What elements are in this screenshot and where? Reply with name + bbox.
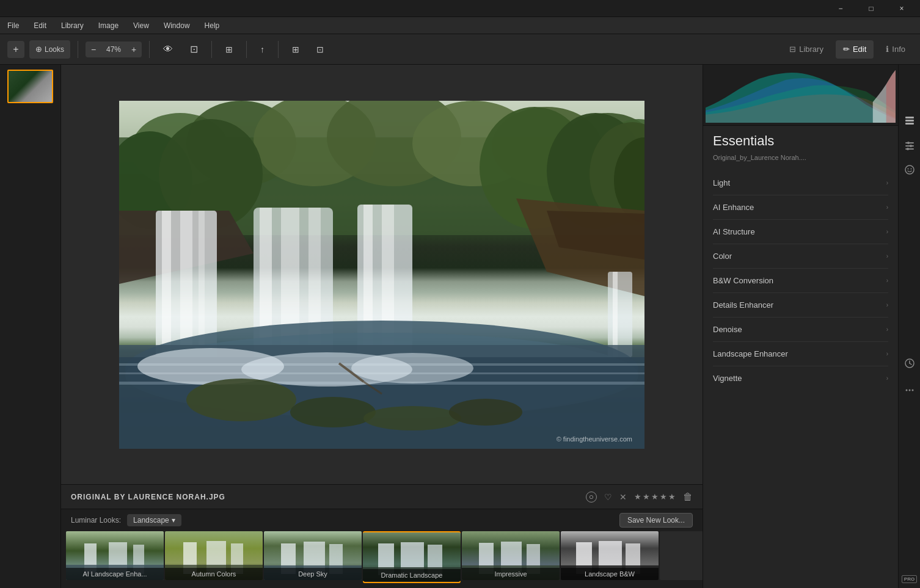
- sliders-icon[interactable]: [901, 137, 918, 154]
- circle-status-icon[interactable]: ○: [586, 492, 597, 503]
- star-4[interactable]: ★: [660, 492, 667, 501]
- chevron-right-icon-ai-enhance: ›: [886, 204, 888, 211]
- minimize-button[interactable]: −: [827, 0, 854, 17]
- menu-edit[interactable]: Edit: [31, 20, 49, 31]
- crop-button[interactable]: ⊞: [219, 40, 239, 59]
- menu-file[interactable]: File: [5, 20, 21, 31]
- more-options-icon[interactable]: [901, 382, 918, 399]
- look-thumb-impressive: Impressive: [462, 531, 560, 580]
- svg-point-85: [907, 142, 910, 144]
- filename-label: ORIGINAL BY LAURENCE NORAH.JPG: [71, 493, 225, 501]
- grid-button[interactable]: ⊞: [286, 40, 305, 59]
- panel-item-denoise[interactable]: Denoise ›: [713, 318, 888, 342]
- separator4: [246, 41, 247, 58]
- look-label-dramatic-landscape: Dramatic Landscape: [363, 569, 461, 581]
- svg-point-87: [910, 145, 912, 147]
- look-item-impressive[interactable]: Impressive: [462, 531, 560, 583]
- svg-rect-81: [905, 117, 914, 118]
- filmstrip-thumb-1[interactable]: [7, 70, 53, 103]
- look-label-autumn-colors: Autumn Colors: [165, 568, 263, 580]
- menubar: File Edit Library Image View Window Help: [0, 17, 920, 34]
- layers-icon[interactable]: [901, 112, 918, 129]
- svg-rect-83: [905, 123, 914, 125]
- looks-strip: Luminar Looks: Landscape ▾ Save New Look…: [61, 509, 703, 588]
- look-thumb-autumn-colors: Autumn Colors: [165, 531, 263, 580]
- chevron-right-icon-vignette: ›: [886, 375, 888, 382]
- looks-icon: ⊕: [35, 45, 42, 54]
- svg-point-92: [910, 169, 911, 170]
- chevron-right-icon-light: ›: [886, 180, 888, 186]
- title-bar: − □ ×: [0, 0, 920, 17]
- menu-image[interactable]: Image: [96, 20, 121, 31]
- preview-button[interactable]: 👁: [157, 40, 179, 59]
- svg-point-97: [908, 390, 910, 391]
- look-thumb-landscape-bw: Landscape B&W: [561, 531, 659, 580]
- face-icon[interactable]: [901, 161, 918, 178]
- essentials-panel: Essentials Original_by_Laurence Norah...…: [703, 126, 898, 588]
- menu-library[interactable]: Library: [59, 20, 86, 31]
- separator2: [149, 41, 150, 58]
- reject-icon[interactable]: ✕: [619, 492, 627, 502]
- chevron-down-icon: ▾: [172, 516, 175, 524]
- panel-title: Essentials: [713, 133, 888, 149]
- star-1[interactable]: ★: [634, 492, 641, 501]
- share-button[interactable]: ↑: [254, 40, 271, 59]
- chevron-right-icon-color: ›: [886, 253, 888, 260]
- look-item-autumn-colors[interactable]: Autumn Colors: [165, 531, 263, 583]
- panel-subtitle: Original_by_Laurence Norah....: [713, 154, 888, 161]
- look-thumb-dramatic-landscape: Dramatic Landscape: [363, 532, 461, 581]
- panel-item-bw-conversion[interactable]: B&W Conversion ›: [713, 269, 888, 293]
- chevron-right-icon-details: ›: [886, 302, 888, 308]
- compare-button[interactable]: ⊡: [184, 40, 204, 59]
- look-item-more[interactable]: ›: [660, 531, 703, 583]
- svg-point-43: [351, 353, 473, 383]
- look-label-deep-sky: Deep Sky: [264, 568, 362, 580]
- status-bar: ORIGINAL BY LAURENCE NORAH.JPG ○ ♡ ✕ ★ ★…: [61, 484, 703, 509]
- panel-item-landscape-enhancer[interactable]: Landscape Enhancer ›: [713, 342, 888, 366]
- menu-view[interactable]: View: [131, 20, 152, 31]
- zoom-plus-button[interactable]: +: [127, 43, 141, 56]
- look-item-ai-landscape[interactable]: AI Landscape Enha...: [66, 531, 164, 583]
- menu-help[interactable]: Help: [202, 20, 222, 31]
- look-item-landscape-bw[interactable]: Landscape B&W: [561, 531, 659, 583]
- svg-text:© findingtheuniverse.com: © findingtheuniverse.com: [557, 435, 632, 443]
- star-2[interactable]: ★: [643, 492, 650, 501]
- separator3: [211, 41, 212, 58]
- tab-edit[interactable]: ✏ Edit: [836, 40, 874, 59]
- clock-icon[interactable]: [901, 355, 918, 372]
- close-button[interactable]: ×: [888, 0, 915, 17]
- looks-button[interactable]: ⊕ Looks: [29, 40, 70, 59]
- panel-item-vignette[interactable]: Vignette ›: [713, 366, 888, 390]
- tab-library[interactable]: ⊟ Library: [782, 40, 831, 59]
- fullscreen-button[interactable]: ⊡: [310, 40, 330, 59]
- looks-header: Luminar Looks: Landscape ▾ Save New Look…: [61, 509, 703, 531]
- panel-item-color[interactable]: Color ›: [713, 244, 888, 269]
- panel-item-details-enhancer[interactable]: Details Enhancer ›: [713, 293, 888, 318]
- look-item-dramatic-landscape[interactable]: Dramatic Landscape: [363, 531, 461, 583]
- tab-info[interactable]: ℹ Info: [878, 40, 913, 59]
- svg-rect-32: [608, 272, 632, 357]
- save-look-button[interactable]: Save New Look...: [619, 513, 693, 528]
- panel-item-ai-structure[interactable]: AI Structure ›: [713, 220, 888, 244]
- look-label-landscape-bw: Landscape B&W: [561, 568, 659, 580]
- look-item-deep-sky[interactable]: Deep Sky: [264, 531, 362, 583]
- delete-button[interactable]: 🗑: [683, 492, 693, 503]
- panel-item-ai-enhance[interactable]: AI Enhance ›: [713, 195, 888, 220]
- filmstrip-thumb-image-1: [9, 71, 52, 102]
- toolbar: + ⊕ Looks − 47% + 👁 ⊡ ⊞ ↑ ⊞ ⊡ ⊟ Library …: [0, 34, 920, 65]
- panel-item-light[interactable]: Light ›: [713, 171, 888, 195]
- star-3[interactable]: ★: [651, 492, 659, 501]
- star-5[interactable]: ★: [668, 492, 676, 501]
- looks-category-button[interactable]: Landscape ▾: [127, 514, 181, 526]
- heart-icon[interactable]: ♡: [604, 492, 612, 502]
- svg-point-45: [290, 397, 376, 427]
- filmstrip: [0, 65, 61, 588]
- right-side-icons: PRO: [898, 65, 920, 588]
- maximize-button[interactable]: □: [858, 0, 885, 17]
- svg-point-47: [449, 399, 522, 426]
- zoom-control: − 47% +: [86, 42, 142, 57]
- zoom-minus-button[interactable]: −: [87, 43, 100, 56]
- add-button[interactable]: +: [7, 41, 24, 58]
- right-panel-container: Essentials Original_by_Laurence Norah...…: [703, 65, 920, 588]
- menu-window[interactable]: Window: [161, 20, 192, 31]
